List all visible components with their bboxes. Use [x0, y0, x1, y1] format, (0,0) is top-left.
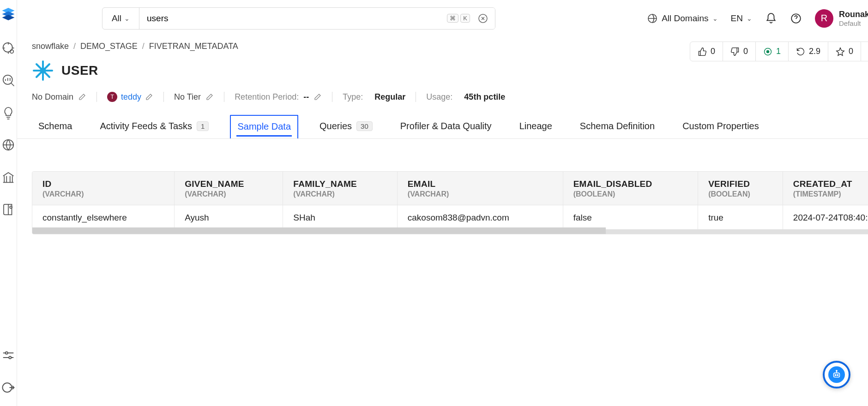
tab-schema[interactable]: Schema — [32, 115, 78, 138]
sample-data-table: ID(VARCHAR)GIVEN_NAME(VARCHAR)FAMILY_NAM… — [32, 172, 868, 234]
svg-point-20 — [766, 50, 769, 53]
app-logo[interactable] — [0, 6, 17, 23]
tab-queries[interactable]: Queries30 — [313, 115, 379, 138]
tab-custom-properties[interactable]: Custom Properties — [676, 115, 766, 138]
pencil-icon — [145, 93, 153, 101]
column-header[interactable]: ID(VARCHAR) — [32, 172, 175, 205]
domain-field[interactable]: No Domain — [32, 92, 86, 102]
svg-line-3 — [11, 83, 14, 86]
pencil-icon — [78, 93, 86, 101]
glossary-icon[interactable] — [1, 202, 16, 217]
notifications-icon[interactable] — [765, 12, 777, 24]
search-filter-label: All — [112, 13, 121, 24]
share-button[interactable] — [861, 42, 868, 61]
insights-icon[interactable] — [1, 73, 16, 88]
sample-data-table-scroll[interactable]: ID(VARCHAR)GIVEN_NAME(VARCHAR)FAMILY_NAM… — [32, 171, 868, 234]
robot-icon — [828, 366, 845, 383]
stats-bar: 0 0 1 2.9 0 — [690, 42, 868, 61]
star-button[interactable]: 0 — [828, 42, 861, 61]
svg-point-7 — [6, 352, 8, 354]
avatar: R — [815, 9, 833, 28]
tabs: SchemaActivity Feeds & Tasks1Sample Data… — [17, 115, 868, 139]
horizontal-scrollbar[interactable] — [32, 227, 606, 234]
tab-lineage[interactable]: Lineage — [513, 115, 559, 138]
settings-sliders-icon[interactable] — [1, 348, 16, 363]
language-dropdown[interactable]: EN ⌄ — [731, 13, 752, 24]
like-button[interactable]: 0 — [690, 42, 723, 61]
breadcrumb: snowflake/ DEMO_STAGE/ FIVETRAN_METADATA — [32, 42, 690, 51]
breadcrumb-item[interactable]: FIVETRAN_METADATA — [149, 42, 238, 51]
svg-point-34 — [836, 370, 837, 371]
snowflake-icon — [32, 60, 54, 82]
globe-icon[interactable] — [1, 137, 16, 152]
search-filter-dropdown[interactable]: All ⌄ — [102, 8, 139, 29]
pencil-icon — [313, 93, 322, 101]
breadcrumb-item[interactable]: DEMO_STAGE — [80, 42, 138, 51]
column-header[interactable]: GIVEN_NAME(VARCHAR) — [175, 172, 283, 205]
retention-field[interactable]: Retention Period:-- — [235, 92, 322, 102]
svg-rect-30 — [834, 373, 840, 377]
column-header[interactable]: FAMILY_NAME(VARCHAR) — [283, 172, 397, 205]
table-cell: 2024-07-24T08:40:4 — [783, 205, 868, 232]
content: snowflake/ DEMO_STAGE/ FIVETRAN_METADATA… — [17, 37, 868, 406]
meta-row: No Domain T teddy No Tier Retention Peri… — [32, 92, 868, 102]
logout-icon[interactable] — [1, 380, 16, 395]
main: All ⌄ ⌘ K All Domains — [17, 0, 868, 406]
type-field: Type: Regular — [343, 92, 405, 102]
runtime-stat[interactable]: 2.9 — [789, 42, 828, 61]
explore-icon[interactable] — [1, 41, 16, 55]
clear-icon[interactable] — [477, 13, 488, 24]
svg-point-9 — [9, 357, 11, 359]
svg-point-32 — [837, 375, 838, 376]
table-cell: true — [698, 205, 783, 232]
tab-profiler-data-quality[interactable]: Profiler & Data Quality — [394, 115, 498, 138]
tab-schema-definition[interactable]: Schema Definition — [573, 115, 661, 138]
governance-icon[interactable] — [1, 170, 16, 185]
search-input[interactable] — [139, 8, 495, 29]
chevron-down-icon: ⌄ — [712, 15, 718, 22]
search: All ⌄ ⌘ K — [102, 7, 495, 30]
svg-point-5 — [10, 206, 12, 209]
owner-field[interactable]: T teddy — [107, 92, 153, 102]
tests-stat[interactable]: 1 — [756, 42, 789, 61]
lightbulb-icon[interactable] — [1, 105, 16, 120]
usage-field: Usage: 45th pctile — [426, 92, 505, 102]
column-header[interactable]: EMAIL_DISABLED(BOOLEAN) — [563, 172, 698, 205]
page-title: USER — [61, 63, 98, 78]
column-header[interactable]: CREATED_AT(TIMESTAMP) — [783, 172, 868, 205]
globe-icon — [647, 13, 658, 24]
svg-point-0 — [3, 43, 12, 52]
pencil-icon — [205, 93, 214, 101]
topbar: All ⌄ ⌘ K All Domains — [17, 0, 868, 37]
user-menu[interactable]: R Rounakpreet.d Default ⌄ — [815, 9, 868, 28]
column-header[interactable]: VERIFIED(BOOLEAN) — [698, 172, 783, 205]
chevron-down-icon: ⌄ — [124, 15, 130, 22]
tier-field[interactable]: No Tier — [174, 92, 214, 102]
domains-dropdown[interactable]: All Domains ⌄ — [647, 13, 717, 24]
chevron-down-icon: ⌄ — [747, 15, 752, 22]
left-rail — [0, 0, 17, 406]
breadcrumb-item[interactable]: snowflake — [32, 42, 69, 51]
search-box: ⌘ K — [139, 8, 495, 29]
dislike-button[interactable]: 0 — [723, 42, 756, 61]
user-name: Rounakpreet.d — [839, 10, 868, 19]
help-icon[interactable] — [790, 12, 802, 24]
search-shortcut: ⌘ K — [447, 14, 470, 23]
tab-activity-feeds-tasks[interactable]: Activity Feeds & Tasks1 — [93, 115, 215, 138]
owner-avatar: T — [107, 92, 117, 102]
user-sub: Default — [839, 19, 868, 27]
chat-fab[interactable] — [823, 361, 850, 388]
column-header[interactable]: EMAIL(VARCHAR) — [397, 172, 563, 205]
tab-sample-data[interactable]: Sample Data — [230, 115, 298, 138]
svg-point-31 — [835, 375, 836, 376]
